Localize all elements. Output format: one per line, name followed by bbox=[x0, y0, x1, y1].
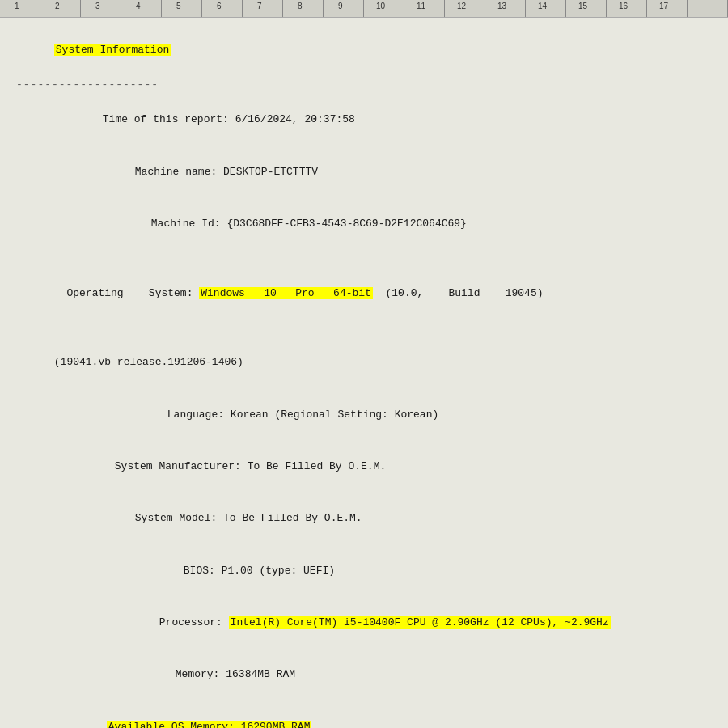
system-info-title: System Information bbox=[16, 24, 712, 76]
separator-1: -------------------- bbox=[16, 76, 712, 93]
sys-manufacturer: System Manufacturer: To Be Filled By O.E… bbox=[16, 441, 712, 493]
main-content: System Information -------------------- … bbox=[0, 18, 728, 728]
available-os-memory: Available OS Memory: 16290MB RAM bbox=[16, 700, 712, 728]
memory: Memory: 16384MB RAM bbox=[16, 649, 712, 700]
os-build-extra: (19041.vb_release.191206-1406) bbox=[16, 336, 712, 388]
machine-name: Machine name: DESKTOP-ETCTTTV bbox=[16, 146, 712, 197]
ruler: 1 2 3 4 5 6 7 8 9 10 11 12 13 14 15 16 1… bbox=[0, 0, 728, 18]
time-of-report: Time of this report: 6/16/2024, 20:37:58 bbox=[16, 94, 712, 146]
operating-system: Operating System: Windows 10 Pro 64-bit … bbox=[16, 250, 712, 336]
system-information-section: System Information -------------------- … bbox=[16, 24, 712, 728]
bios: BIOS: P1.00 (type: UEFI) bbox=[16, 544, 712, 596]
machine-id: Machine Id: {D3C68DFE-CFB3-4543-8C69-D2E… bbox=[16, 197, 712, 249]
language: Language: Korean (Regional Setting: Kore… bbox=[16, 388, 712, 440]
sys-model: System Model: To Be Filled By O.E.M. bbox=[16, 493, 712, 544]
processor: Processor: Intel(R) Core(TM) i5-10400F C… bbox=[16, 596, 712, 648]
